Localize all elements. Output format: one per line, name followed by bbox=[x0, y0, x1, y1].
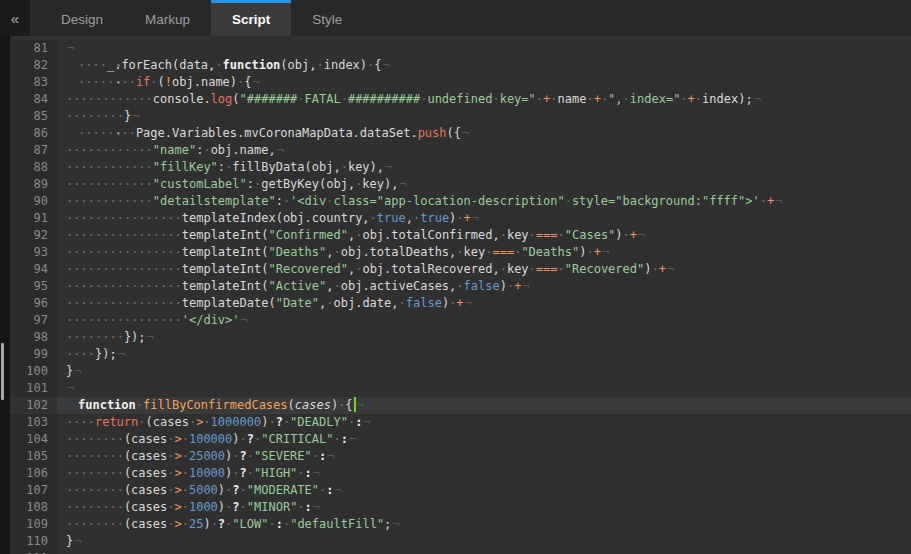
line-number[interactable]: 104 bbox=[10, 431, 57, 448]
code-line[interactable]: 84············console.log("#######·FATAL… bbox=[0, 91, 911, 108]
code-text[interactable]: ············console.log("#######·FATAL·#… bbox=[57, 91, 911, 108]
code-line[interactable]: 109········(cases·>·25)·?·"LOW"·:·"defau… bbox=[0, 516, 911, 533]
code-line[interactable]: 92················templateInt("Confirmed… bbox=[0, 227, 911, 244]
line-number[interactable]: 93 bbox=[10, 244, 57, 261]
code-line[interactable]: 97················'</div>'¬ bbox=[0, 312, 911, 329]
code-line[interactable]: 90············"detailstemplate":·'<div·c… bbox=[0, 193, 911, 210]
line-number[interactable]: 106 bbox=[10, 465, 57, 482]
line-number[interactable]: 92 bbox=[10, 227, 57, 244]
code-line[interactable]: 88············"fillKey":·fillByData(obj,… bbox=[0, 159, 911, 176]
line-number[interactable]: 91 bbox=[10, 210, 57, 227]
line-number[interactable]: 95 bbox=[10, 278, 57, 295]
code-line[interactable]: 101¬ bbox=[0, 380, 911, 397]
code-text[interactable]: ····});¬ bbox=[57, 346, 911, 363]
line-number[interactable]: 88 bbox=[10, 159, 57, 176]
code-line[interactable]: 82▾····_.forEach(data,·function(obj,·ind… bbox=[0, 57, 911, 74]
line-number[interactable]: 105 bbox=[10, 448, 57, 465]
code-line[interactable]: 95················templateInt("Active",·… bbox=[0, 278, 911, 295]
code-line[interactable]: 110}¬ bbox=[0, 533, 911, 550]
left-scrollbar-thumb[interactable] bbox=[1, 343, 4, 400]
code-line[interactable]: 93················templateInt("Deaths",·… bbox=[0, 244, 911, 261]
line-number[interactable]: 99 bbox=[10, 346, 57, 363]
line-number[interactable]: 81 bbox=[10, 40, 57, 57]
code-text[interactable]: ············"name":·obj.name,¬ bbox=[57, 142, 911, 159]
code-line[interactable]: 85········}¬ bbox=[0, 108, 911, 125]
line-number[interactable]: 82 bbox=[10, 57, 57, 74]
line-number[interactable]: 97 bbox=[10, 312, 57, 329]
code-text[interactable]: ············"fillKey":·fillByData(obj,·k… bbox=[57, 159, 911, 176]
code-line[interactable]: 102▾function·fillByConfirmedCases(cases)… bbox=[0, 397, 911, 414]
code-text[interactable]: ········Page.Variables.mvCoronaMapData.d… bbox=[69, 125, 911, 142]
line-number[interactable]: 89 bbox=[10, 176, 57, 193]
code-text[interactable]: ················templateInt("Active",·ob… bbox=[57, 278, 911, 295]
line-number[interactable]: 109 bbox=[10, 516, 57, 533]
line-number[interactable]: 103 bbox=[10, 414, 57, 431]
code-text[interactable]: ········(cases·>·1000)·?·"MINOR"·:¬ bbox=[57, 499, 911, 516]
code-line[interactable]: 108········(cases·>·1000)·?·"MINOR"·:¬ bbox=[0, 499, 911, 516]
line-number[interactable]: 107 bbox=[10, 482, 57, 499]
code-text[interactable]: ········if·(!obj.name)·{¬ bbox=[69, 74, 911, 91]
code-text[interactable]: }¬ bbox=[57, 363, 911, 380]
code-text[interactable]: va bbox=[57, 550, 911, 554]
code-text[interactable]: ········}¬ bbox=[57, 108, 911, 125]
code-line[interactable]: 100}¬ bbox=[0, 363, 911, 380]
code-text[interactable]: ········(cases·>·100000)·?·"CRITICAL"·:¬ bbox=[57, 431, 911, 448]
code-text[interactable]: ············"detailstemplate":·'<div·cla… bbox=[57, 193, 911, 210]
tab-script[interactable]: Script bbox=[211, 0, 291, 36]
code-text[interactable]: }¬ bbox=[57, 533, 911, 550]
tab-style[interactable]: Style bbox=[291, 0, 363, 36]
code-text[interactable]: ········(cases·>·5000)·?·"MODERATE"·:¬ bbox=[57, 482, 911, 499]
code-line[interactable]: 98········});¬ bbox=[0, 329, 911, 346]
code-text[interactable]: ················templateIndex(obj.countr… bbox=[57, 210, 911, 227]
code-text[interactable]: ····return·(cases·>·1000000)·?·"DEADLY"·… bbox=[57, 414, 911, 431]
code-line[interactable]: 106········(cases·>·10000)·?·"HIGH"·:¬ bbox=[0, 465, 911, 482]
line-number[interactable]: 87 bbox=[10, 142, 57, 159]
line-number[interactable]: 84 bbox=[10, 91, 57, 108]
code-text[interactable]: ¬ bbox=[57, 380, 911, 397]
code-line[interactable]: 91················templateIndex(obj.coun… bbox=[0, 210, 911, 227]
line-number[interactable]: 101 bbox=[10, 380, 57, 397]
code-line[interactable]: 96················templateDate("Date",·o… bbox=[0, 295, 911, 312]
line-number[interactable]: 96 bbox=[10, 295, 57, 312]
code-line[interactable]: 105········(cases·>·25000)·?·"SEVERE"·:¬ bbox=[0, 448, 911, 465]
space-dot: · bbox=[500, 228, 507, 242]
code-text[interactable]: ············"customLabel":·getByKey(obj,… bbox=[57, 176, 911, 193]
code-text[interactable]: ········(cases·>·10000)·?·"HIGH"·:¬ bbox=[57, 465, 911, 482]
tab-markup[interactable]: Markup bbox=[124, 0, 211, 36]
line-number[interactable]: 86 bbox=[10, 125, 57, 142]
code-text[interactable]: ················templateInt("Deaths",·ob… bbox=[57, 244, 911, 261]
code-line[interactable]: 89············"customLabel":·getByKey(ob… bbox=[0, 176, 911, 193]
code-text[interactable]: ················templateInt("Confirmed",… bbox=[57, 227, 911, 244]
line-number[interactable]: 94 bbox=[10, 261, 57, 278]
code-text[interactable]: ················'</div>'¬ bbox=[57, 312, 911, 329]
code-line[interactable]: 81¬ bbox=[0, 40, 911, 57]
code-text[interactable]: ········(cases·>·25000)·?·"SEVERE"·:¬ bbox=[57, 448, 911, 465]
code-text[interactable]: function·fillByConfirmedCases(cases)·{¬ bbox=[69, 397, 911, 414]
tab-design[interactable]: Design bbox=[40, 0, 124, 36]
line-number[interactable]: 108 bbox=[10, 499, 57, 516]
line-number[interactable]: 98 bbox=[10, 329, 57, 346]
code-text[interactable]: ····_.forEach(data,·function(obj,·index)… bbox=[69, 57, 911, 74]
code-text[interactable]: ········(cases·>·25)·?·"LOW"·:·"defaultF… bbox=[57, 516, 911, 533]
collapse-panel-button[interactable]: « bbox=[0, 0, 30, 36]
code-text[interactable]: ¬ bbox=[57, 40, 911, 57]
code-line[interactable]: 104········(cases·>·100000)·?·"CRITICAL"… bbox=[0, 431, 911, 448]
line-number[interactable]: 111 bbox=[10, 550, 57, 554]
line-number[interactable]: 110 bbox=[10, 533, 57, 550]
code-line[interactable]: 94················templateInt("Recovered… bbox=[0, 261, 911, 278]
code-text[interactable]: ········});¬ bbox=[57, 329, 911, 346]
code-line[interactable]: 111va bbox=[0, 550, 911, 554]
code-line[interactable]: 86▾········Page.Variables.mvCoronaMapDat… bbox=[0, 125, 911, 142]
code-text[interactable]: ················templateInt("Recovered",… bbox=[57, 261, 911, 278]
line-number[interactable]: 83 bbox=[10, 74, 57, 91]
line-number[interactable]: 100 bbox=[10, 363, 57, 380]
code-line[interactable]: 107········(cases·>·5000)·?·"MODERATE"·:… bbox=[0, 482, 911, 499]
line-number[interactable]: 90 bbox=[10, 193, 57, 210]
line-number[interactable]: 85 bbox=[10, 108, 57, 125]
code-text[interactable]: ················templateDate("Date",·obj… bbox=[57, 295, 911, 312]
code-line[interactable]: 87············"name":·obj.name,¬ bbox=[0, 142, 911, 159]
code-line[interactable]: 83▾········if·(!obj.name)·{¬ bbox=[0, 74, 911, 91]
code-line[interactable]: 99····});¬ bbox=[0, 346, 911, 363]
code-line[interactable]: 103····return·(cases·>·1000000)·?·"DEADL… bbox=[0, 414, 911, 431]
line-number[interactable]: 102 bbox=[10, 397, 57, 414]
